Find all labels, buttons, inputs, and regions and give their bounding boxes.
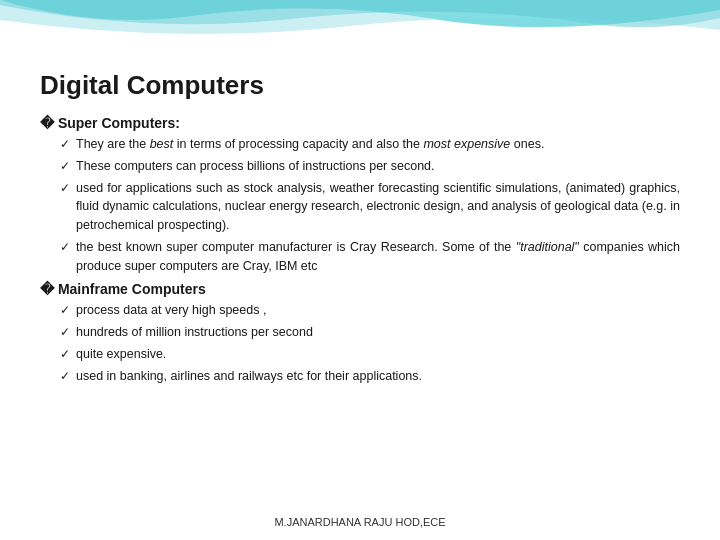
page-title: Digital Computers [40, 70, 680, 101]
super-bullet-4: the best known super computer manufactur… [60, 238, 680, 276]
super-bullet-1: They are the best in terms of processing… [60, 135, 680, 154]
content-area: Digital Computers � Super Computers: The… [0, 0, 720, 411]
section-mainframe-header: � Mainframe Computers [40, 281, 680, 297]
section-super-header: � Super Computers: [40, 115, 680, 131]
section-super: � Super Computers: They are the best in … [40, 115, 680, 275]
mainframe-bullet-1: process data at very high speeds , [60, 301, 680, 320]
mainframe-bullet-3: quite expensive. [60, 345, 680, 364]
footer-text: M.JANARDHANA RAJU HOD,ECE [0, 516, 720, 528]
mainframe-bullet-4: used in banking, airlines and railways e… [60, 367, 680, 386]
super-bullet-3: used for applications such as stock anal… [60, 179, 680, 235]
section-mainframe: � Mainframe Computers process data at ve… [40, 281, 680, 385]
super-bullet-2: These computers can process billions of … [60, 157, 680, 176]
mainframe-bullet-2: hundreds of million instructions per sec… [60, 323, 680, 342]
super-bullet-list: They are the best in terms of processing… [40, 135, 680, 275]
mainframe-bullet-list: process data at very high speeds , hundr… [40, 301, 680, 385]
